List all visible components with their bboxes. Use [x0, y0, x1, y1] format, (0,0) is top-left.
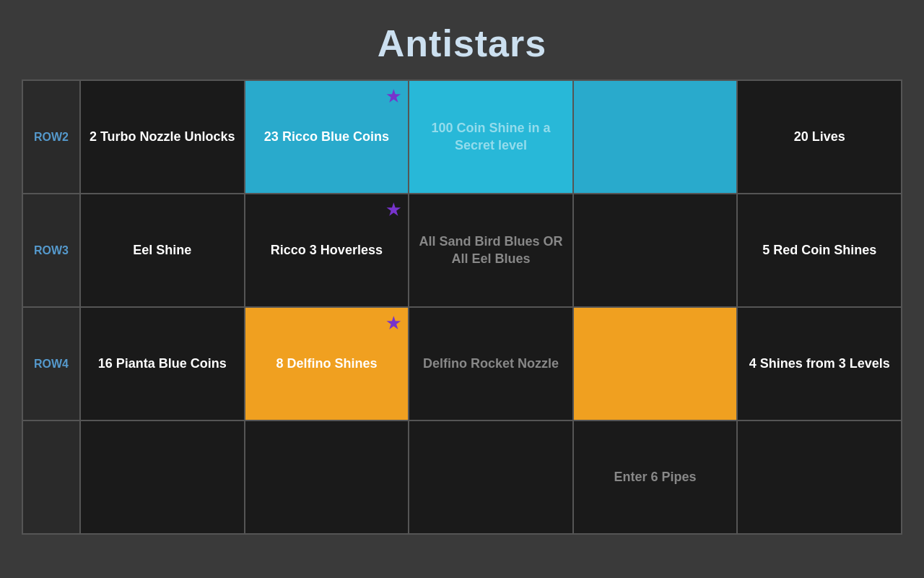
cell-3-0[interactable]: [80, 420, 245, 534]
cell-text: 16 Pianta Blue Coins: [98, 355, 227, 372]
cell-text: 5 Red Coin Shines: [762, 242, 876, 259]
row-label-3: [22, 420, 80, 534]
cell-text: Delfino Rocket Nozzle: [423, 355, 559, 372]
cell-0-3[interactable]: [573, 80, 738, 194]
cell-text: 20 Lives: [794, 129, 845, 145]
cell-2-1[interactable]: ★8 Delfino Shines: [245, 307, 409, 420]
cell-text: Ricco 3 Hoverless: [271, 242, 383, 259]
cell-text: 2 Turbo Nozzle Unlocks: [90, 129, 235, 145]
cell-3-3[interactable]: Enter 6 Pipes: [573, 420, 738, 534]
cell-1-1[interactable]: ★Ricco 3 Hoverless: [245, 194, 409, 307]
bingo-grid: ROW22 Turbo Nozzle Unlocks★23 Ricco Blue…: [22, 79, 902, 535]
cell-3-2[interactable]: [409, 420, 573, 534]
cell-0-0[interactable]: 2 Turbo Nozzle Unlocks: [80, 80, 245, 194]
cell-0-4[interactable]: 20 Lives: [737, 80, 902, 194]
cell-1-0[interactable]: Eel Shine: [80, 194, 245, 307]
cell-text: Eel Shine: [133, 242, 191, 259]
cell-text: 100 Coin Shine in a Secret level: [417, 120, 565, 154]
cell-0-1[interactable]: ★23 Ricco Blue Coins: [245, 80, 409, 194]
cell-2-4[interactable]: 4 Shines from 3 Levels: [737, 307, 902, 420]
cell-3-4[interactable]: [737, 420, 902, 534]
cell-2-2[interactable]: Delfino Rocket Nozzle: [409, 307, 573, 420]
row-label-0: ROW2: [22, 80, 80, 194]
cell-0-2[interactable]: 100 Coin Shine in a Secret level: [409, 80, 573, 194]
cell-1-2[interactable]: All Sand Bird Blues OR All Eel Blues: [409, 194, 573, 307]
cell-text: 8 Delfino Shines: [276, 355, 377, 372]
cell-text: All Sand Bird Blues OR All Eel Blues: [417, 233, 565, 267]
cell-1-4[interactable]: 5 Red Coin Shines: [737, 194, 902, 307]
cell-text: 4 Shines from 3 Levels: [749, 355, 890, 372]
cell-1-3[interactable]: [573, 194, 738, 307]
cell-text: Enter 6 Pipes: [614, 469, 697, 486]
cell-text: 23 Ricco Blue Coins: [264, 129, 389, 145]
row-label-2: ROW4: [22, 307, 80, 420]
star-icon: ★: [386, 87, 401, 108]
cell-2-3[interactable]: [573, 307, 738, 420]
page-title: Antistars: [0, 0, 924, 79]
star-icon: ★: [386, 200, 401, 221]
row-label-1: ROW3: [22, 194, 80, 307]
cell-2-0[interactable]: 16 Pianta Blue Coins: [80, 307, 245, 420]
cell-3-1[interactable]: [245, 420, 409, 534]
star-icon: ★: [386, 314, 401, 335]
